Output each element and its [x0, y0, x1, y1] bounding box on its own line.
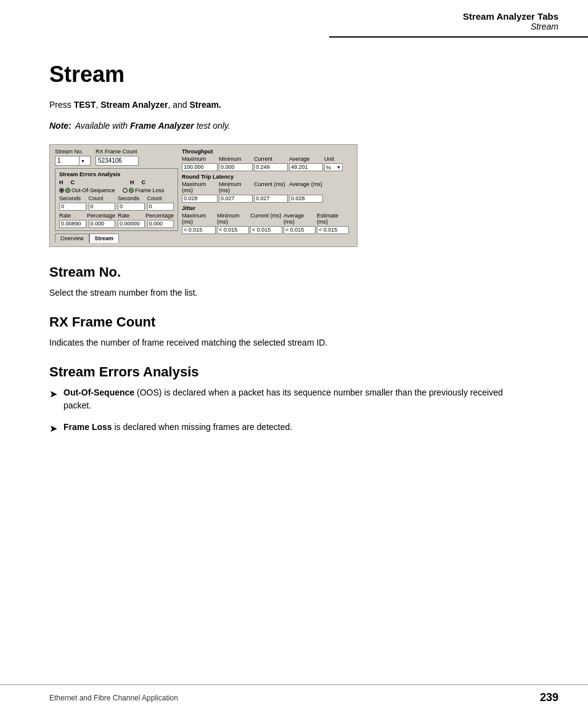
sc-jit-max-val[interactable]: < 0.015 [182, 226, 216, 234]
bullet-text-frameloss: Frame Loss is declared when missing fram… [63, 421, 292, 434]
header-sub-title: Stream [329, 22, 558, 31]
sc-oos-radio-c[interactable] [65, 188, 70, 193]
note-text-before: Available with [75, 121, 130, 131]
sc-stream-no-select[interactable]: ▼ [80, 156, 91, 166]
sc-thr-cur-label: Current [254, 156, 288, 162]
intro-bold-test: TEST [74, 100, 96, 110]
sc-jit-max-label: Maximum (ms) [182, 213, 216, 225]
sc-stream-no-group: Stream No. 1 ▼ [55, 148, 91, 166]
note-frame-analyzer: Frame Analyzer [130, 121, 194, 131]
bullet-text-oos: Out-Of-Sequence (OOS) is declared when a… [63, 386, 525, 412]
sc-thr-max-val[interactable]: 100.000 [182, 163, 218, 171]
sc-tabs-row: Overview Stream [55, 233, 178, 243]
sc-fl-radio-h[interactable] [123, 188, 128, 193]
sc-jit-avg-val[interactable]: < 0.015 [284, 226, 316, 234]
section-heading-stream-no: Stream No. [49, 264, 525, 280]
sc-rx-frame-group: RX Frame Count 5234106 [96, 148, 139, 166]
intro-sep2: , and [168, 100, 189, 110]
sc-thr-min-val[interactable]: 0.000 [219, 163, 253, 171]
frameloss-bold: Frame Loss [63, 422, 112, 432]
sc-rtt-avg-val[interactable]: 0.028 [289, 195, 323, 203]
sc-rtt-label: Round Trip Latency [182, 174, 352, 180]
screenshot-inner: Stream No. 1 ▼ RX Frame Count 5234106 [50, 145, 357, 246]
intro-text-before: Press [49, 100, 74, 110]
sc-thr-unit-label: Unit [324, 156, 343, 162]
sc-tab-stream[interactable]: Stream [89, 233, 120, 243]
page-header: Stream Analyzer Tabs Stream [329, 0, 588, 38]
sc-h-label2: H [130, 179, 134, 185]
sc-oos-seconds-label: Seconds [59, 195, 86, 201]
intro-paragraph: Press TEST, Stream Analyzer, and Stream. [49, 100, 525, 110]
sc-oos-radio-h[interactable] [59, 188, 64, 193]
page-title: Stream [49, 62, 525, 87]
sc-oos-rate-val[interactable]: 0.00890 [59, 220, 86, 228]
bullet-arrow-frameloss: ➤ [49, 421, 57, 436]
sc-fl-seconds-val[interactable]: 0 [118, 203, 145, 211]
page-footer: Ethernet and Fibre Channel Application 2… [0, 684, 588, 714]
sc-stream-errors-title: Stream Errors Analysis [59, 171, 174, 177]
sc-fl-pct-val[interactable]: 0.000 [147, 220, 174, 228]
sc-rtt-cur-val[interactable]: 0.027 [254, 195, 288, 203]
sc-jit-est-label: Estimate (ms) [317, 213, 349, 225]
footer-left-text: Ethernet and Fibre Channel Application [49, 694, 178, 702]
section-heading-rx-frame: RX Frame Count [49, 314, 525, 330]
sc-unit-value: % [326, 164, 331, 171]
sc-stream-no-label: Stream No. [55, 148, 91, 155]
sc-right-panel: Throughput Maximum Minimum Current Avera… [182, 148, 352, 243]
sc-thr-max-label: Maximum [182, 156, 218, 162]
sc-oos-count-label: Count [89, 195, 116, 201]
sc-fl-radio-c[interactable] [129, 188, 134, 193]
sc-oos-count-val[interactable]: 0 [89, 203, 116, 211]
section-desc-stream-no: Select the stream number from the list. [49, 286, 525, 299]
note-block: Note: Available with Frame Analyzer test… [49, 121, 525, 131]
sc-rx-frame-input[interactable]: 5234106 [96, 156, 139, 166]
bullet-arrow-oos: ➤ [49, 387, 57, 402]
sc-pct-label2: Percentage [145, 213, 174, 219]
sc-c-label: C [71, 179, 75, 185]
sc-main-layout: Stream No. 1 ▼ RX Frame Count 5234106 [55, 148, 352, 243]
sc-rtt-max-val[interactable]: 0.028 [182, 195, 218, 203]
note-text-after: test only. [194, 121, 231, 131]
sc-jit-cur-label: Current (ms) [250, 213, 282, 225]
note-label: Note: [49, 121, 71, 131]
sc-oos-label: Out-Of-Sequence [71, 187, 115, 193]
sc-pct-label1: Percentage [87, 213, 115, 219]
sc-h-label: H [59, 179, 63, 185]
sc-thr-cur-val[interactable]: 0.249 [254, 163, 288, 171]
sc-stream-errors-box: Stream Errors Analysis H C H C [55, 168, 178, 231]
sc-hc-row: H C H C [59, 179, 174, 185]
sc-stream-no-input[interactable]: 1 [55, 156, 80, 166]
oos-bold: Out-Of-Sequence [63, 387, 134, 397]
sc-jit-est-val[interactable]: < 0.015 [317, 226, 349, 234]
sc-oos-seconds-val[interactable]: 0 [59, 203, 86, 211]
bullet-item-oos: ➤ Out-Of-Sequence (OOS) is declared when… [49, 386, 525, 412]
sc-rtt-max-label: Maximum (ms) [182, 181, 218, 193]
sc-thr-min-label: Minimum [219, 156, 253, 162]
sc-fl-rate-val[interactable]: 0.00000 [118, 220, 145, 228]
intro-bold-stream: Stream. [189, 100, 221, 110]
main-content: Stream Press TEST, Stream Analyzer, and … [0, 43, 555, 482]
sc-left-panel: Stream No. 1 ▼ RX Frame Count 5234106 [55, 148, 178, 243]
section-heading-stream-errors: Stream Errors Analysis [49, 364, 525, 380]
sc-rtt-cur-label: Current (ms) [254, 181, 288, 193]
sc-jit-cur-val[interactable]: < 0.015 [250, 226, 282, 234]
sc-unit-arrow: ▼ [337, 165, 341, 169]
sc-rtt-min-val[interactable]: 0.027 [219, 195, 253, 203]
sc-jit-min-val[interactable]: < 0.015 [217, 226, 249, 234]
sc-oos-pct-val[interactable]: 0.000 [89, 220, 116, 228]
sc-fl-count-label: Count [147, 195, 174, 201]
sc-throughput-label: Throughput [182, 148, 352, 155]
sc-dropdown-arrow: ▼ [81, 159, 85, 163]
screenshot: Stream No. 1 ▼ RX Frame Count 5234106 [49, 144, 357, 247]
sc-rtt-min-label: Minimum (ms) [219, 181, 253, 193]
section-desc-rx-frame: Indicates the number of frame received m… [49, 336, 525, 349]
sc-tab-overview[interactable]: Overview [55, 233, 89, 243]
sc-rtt-avg-label: Average (ms) [289, 181, 323, 193]
sc-thr-unit-select[interactable]: % ▼ [324, 163, 343, 171]
sc-fl-count-val[interactable]: 0 [147, 203, 174, 211]
sc-c-label2: C [142, 179, 146, 185]
sc-thr-avg-val[interactable]: 49.201 [289, 163, 323, 171]
sc-rate-label2: Rate [118, 213, 143, 219]
sc-jit-min-label: Minimum (ms) [217, 213, 249, 225]
footer-page-number: 239 [540, 691, 558, 704]
